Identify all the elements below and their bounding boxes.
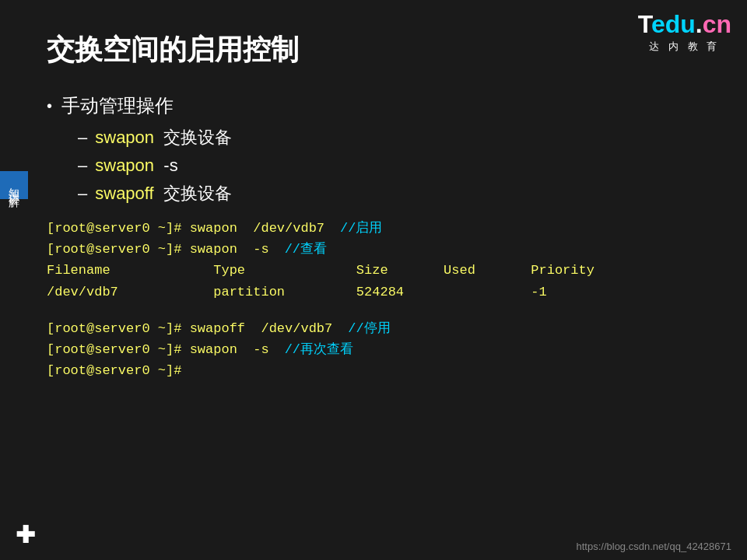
sub-item-3: swapoff 交换设备 bbox=[95, 182, 232, 205]
sub-bullet-2: – swapon -s bbox=[78, 156, 731, 176]
cmd-1: swapon bbox=[95, 128, 154, 147]
bullet-main-text: 手动管理操作 bbox=[61, 93, 174, 118]
terminal-line-4: [root@server0 ~]# swapon -s //再次查看 bbox=[47, 339, 731, 360]
terminal-data: /dev/vdb7 partition 524284 -1 bbox=[47, 282, 731, 303]
bullet-section: • 手动管理操作 – swapon 交换设备 – swapon -s – swa… bbox=[47, 93, 731, 205]
dash-2: – bbox=[78, 156, 87, 176]
prompt-2: [root@server0 ~]# swapon -s bbox=[47, 239, 269, 260]
terminal-line-3: [root@server0 ~]# swapoff /dev/vdb7 //停用 bbox=[47, 318, 731, 339]
prompt-4: [root@server0 ~]# swapon -s bbox=[47, 339, 269, 360]
sub-item-1: swapon 交换设备 bbox=[95, 126, 232, 149]
prompt-1: [root@server0 ~]# swapon /dev/vdb7 bbox=[47, 218, 324, 239]
page-title: 交换空间的启用控制 bbox=[47, 31, 299, 69]
data-text: /dev/vdb7 partition 524284 -1 bbox=[47, 282, 547, 303]
prompt-3: [root@server0 ~]# swapoff /dev/vdb7 bbox=[47, 318, 332, 339]
terminal-block-2: [root@server0 ~]# swapoff /dev/vdb7 //停用… bbox=[47, 318, 731, 382]
bottom-url: https://blog.csdn.net/qq_42428671 bbox=[577, 541, 732, 552]
comment-2: //查看 bbox=[285, 239, 327, 260]
terminal-line-2: [root@server0 ~]# swapon -s //查看 bbox=[47, 239, 731, 260]
sub-bullet-3: – swapoff 交换设备 bbox=[78, 182, 731, 205]
bullet-dot: • bbox=[47, 97, 52, 115]
bullet-main: • 手动管理操作 bbox=[47, 93, 731, 118]
logo-cn: cn bbox=[703, 10, 731, 38]
dash-3: – bbox=[78, 184, 87, 204]
comment-1: //启用 bbox=[340, 218, 382, 239]
logo-subtitle: 达 内 教 育 bbox=[638, 40, 731, 54]
cmd-3: swapoff bbox=[95, 184, 153, 203]
terminal-header: Filename Type Size Used Priority bbox=[47, 260, 731, 281]
sub-item-2: swapon -s bbox=[95, 156, 177, 176]
terminal-line-1: [root@server0 ~]# swapon /dev/vdb7 //启用 bbox=[47, 218, 731, 239]
bottom-area: ✚ bbox=[16, 521, 35, 548]
logo-dot: . bbox=[696, 10, 703, 38]
logo-t: T bbox=[638, 10, 651, 38]
header-text: Filename Type Size Used Priority bbox=[47, 260, 594, 281]
plus-icon: ✚ bbox=[16, 521, 35, 548]
comment-4: //再次查看 bbox=[285, 339, 353, 360]
terminal-line-5: [root@server0 ~]# bbox=[47, 360, 731, 381]
cmd-2: swapon bbox=[95, 156, 154, 175]
terminal-block-1: [root@server0 ~]# swapon /dev/vdb7 //启用 … bbox=[47, 218, 731, 303]
sidebar-label: 知识讲解 bbox=[6, 179, 22, 191]
content-area: • 手动管理操作 – swapon 交换设备 – swapon -s – swa… bbox=[47, 93, 731, 381]
sidebar: 知识讲解 bbox=[0, 171, 28, 199]
comment-3: //停用 bbox=[348, 318, 390, 339]
dash-1: – bbox=[78, 128, 87, 148]
prompt-5: [root@server0 ~]# bbox=[47, 360, 181, 381]
logo-edu: edu bbox=[651, 10, 696, 38]
sub-bullet-1: – swapon 交换设备 bbox=[78, 126, 731, 149]
logo: Tedu.cn 达 内 教 育 bbox=[638, 12, 731, 54]
